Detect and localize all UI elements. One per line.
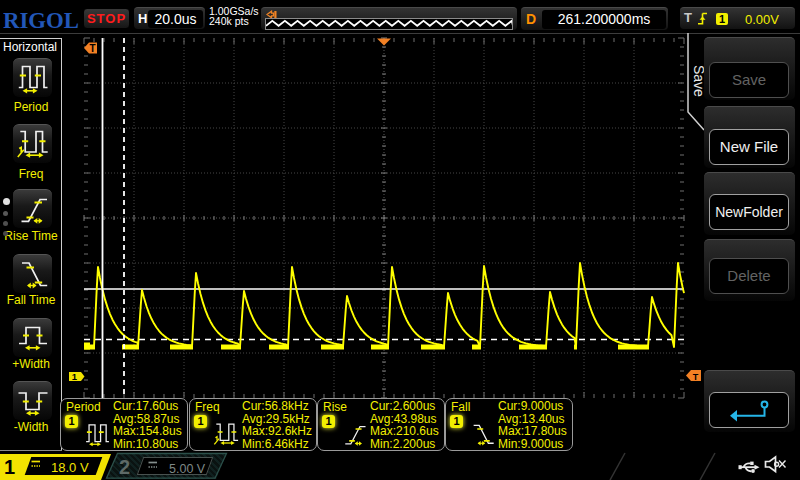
svg-text:T: T	[693, 372, 699, 382]
svg-text:T: T	[90, 43, 96, 54]
svg-text:1: 1	[72, 371, 78, 382]
